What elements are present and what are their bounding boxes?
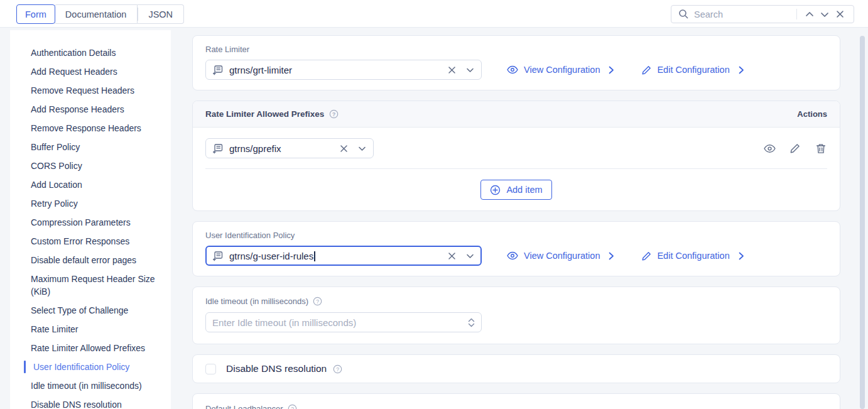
prefix-table-title: Rate Limiter Allowed Prefixes xyxy=(205,109,324,119)
dns-checkbox[interactable] xyxy=(205,364,216,374)
sidebar-item-authentication-details[interactable]: Authentication Details xyxy=(10,43,171,62)
clear-icon[interactable] xyxy=(339,143,349,153)
chevron-down-icon[interactable] xyxy=(465,251,475,261)
search-prev-icon[interactable] xyxy=(802,7,817,22)
chevron-right-icon xyxy=(609,66,614,74)
sidebar-nav: Authentication DetailsAdd Request Header… xyxy=(10,30,171,409)
help-icon[interactable]: ? xyxy=(329,109,339,119)
plus-circle-icon xyxy=(490,185,501,195)
svg-text:?: ? xyxy=(336,366,339,372)
prefix-table-header: Rate Limiter Allowed Prefixes ? Actions xyxy=(193,101,840,128)
sidebar-item-custom-error-responses[interactable]: Custom Error Responses xyxy=(10,232,171,251)
eye-icon xyxy=(507,251,518,260)
top-bar: Form Documentation JSON xyxy=(0,0,868,28)
chevron-right-icon xyxy=(739,252,744,260)
idle-timeout-card: Idle timeout (in milliseconds) ? xyxy=(192,286,840,344)
sidebar-item-remove-request-headers[interactable]: Remove Request Headers xyxy=(10,81,171,100)
vertical-scrollbar[interactable] xyxy=(860,36,865,409)
help-icon[interactable]: ? xyxy=(288,404,297,409)
view-configuration-link[interactable]: View Configuration xyxy=(507,65,614,75)
shared-object-icon xyxy=(212,143,223,154)
sidebar-item-retry-policy[interactable]: Retry Policy xyxy=(10,194,171,213)
prefix-table-title-wrap: Rate Limiter Allowed Prefixes ? xyxy=(205,109,339,119)
rate-limiter-value: gtrns/grt-limiter xyxy=(229,65,292,75)
search-close-icon[interactable] xyxy=(832,7,847,22)
sidebar-item-remove-response-headers[interactable]: Remove Response Headers xyxy=(10,119,171,138)
edit-configuration-label: Edit Configuration xyxy=(657,65,729,75)
default-loadbalancer-label-wrap: Default Loadbalancer ? xyxy=(205,404,827,409)
tab-form[interactable]: Form xyxy=(16,4,55,24)
rate-limiter-label: Rate Limiter xyxy=(205,45,827,54)
dns-label: Disable DNS resolution xyxy=(226,363,327,374)
search-input[interactable] xyxy=(694,9,794,19)
idle-timeout-input[interactable] xyxy=(212,317,468,328)
edit-configuration-label: Edit Configuration xyxy=(657,251,729,261)
number-stepper[interactable] xyxy=(468,318,475,327)
pencil-icon xyxy=(642,65,651,75)
sidebar-item-add-location[interactable]: Add Location xyxy=(10,175,171,194)
help-icon[interactable]: ? xyxy=(333,364,342,374)
tab-json[interactable]: JSON xyxy=(138,4,184,24)
add-item-label: Add item xyxy=(506,185,542,195)
chevron-down-icon[interactable] xyxy=(465,65,475,75)
sidebar-item-user-identification-policy[interactable]: User Identification Policy xyxy=(10,357,171,376)
svg-text:?: ? xyxy=(316,298,319,305)
view-tab-group: Form Documentation JSON xyxy=(16,4,184,24)
sidebar-item-add-request-headers[interactable]: Add Request Headers xyxy=(10,62,171,81)
default-loadbalancer-card: Default Loadbalancer ? xyxy=(192,393,840,409)
text-caret xyxy=(314,251,315,261)
shared-object-icon xyxy=(212,65,223,75)
page-content: Authentication DetailsAdd Request Header… xyxy=(0,28,868,409)
edit-configuration-link[interactable]: Edit Configuration xyxy=(642,65,744,75)
view-configuration-link[interactable]: View Configuration xyxy=(507,251,614,261)
prefix-table-card: Rate Limiter Allowed Prefixes ? Actions xyxy=(192,101,840,211)
rate-limiter-select[interactable]: gtrns/grt-limiter xyxy=(205,60,482,80)
sidebar-item-add-response-headers[interactable]: Add Response Headers xyxy=(10,100,171,119)
sidebar-item-disable-dns-resolution[interactable]: Disable DNS resolution xyxy=(10,395,171,409)
sidebar-item-select-type-of-challenge[interactable]: Select Type of Challenge xyxy=(10,301,171,320)
sidebar-item-maximum-request-header-size-kib[interactable]: Maximum Request Header Size (KiB) xyxy=(10,270,171,301)
user-id-policy-label: User Identification Policy xyxy=(205,231,827,240)
default-loadbalancer-label: Default Loadbalancer xyxy=(205,404,283,409)
idle-timeout-label: Idle timeout (in milliseconds) xyxy=(205,297,308,306)
prefix-select[interactable]: gtrns/gprefix xyxy=(205,138,374,158)
svg-text:?: ? xyxy=(291,406,294,409)
svg-text:?: ? xyxy=(332,111,335,117)
idle-timeout-label-wrap: Idle timeout (in milliseconds) ? xyxy=(205,297,827,306)
sidebar-item-rate-limiter-allowed-prefixes[interactable]: Rate Limiter Allowed Prefixes xyxy=(10,339,171,357)
sidebar-item-cors-policy[interactable]: CORS Policy xyxy=(10,156,171,175)
search-box xyxy=(671,5,854,23)
shared-object-icon xyxy=(212,251,223,261)
sidebar-item-rate-limiter[interactable]: Rate Limiter xyxy=(10,320,171,339)
dns-card: Disable DNS resolution ? xyxy=(192,354,840,383)
view-row-icon[interactable] xyxy=(763,142,776,155)
tab-documentation[interactable]: Documentation xyxy=(54,4,138,24)
sidebar-item-buffer-policy[interactable]: Buffer Policy xyxy=(10,138,171,156)
actions-column-header: Actions xyxy=(797,109,827,119)
main-form: Rate Limiter gtrns/grt-limiter xyxy=(192,35,840,409)
chevron-right-icon xyxy=(739,66,744,74)
user-id-policy-value: gtrns/g-user-id-rules xyxy=(229,251,315,261)
sidebar-item-disable-default-error-pages[interactable]: Disable default error pages xyxy=(10,251,171,270)
add-item-button[interactable]: Add item xyxy=(480,180,551,200)
clear-icon[interactable] xyxy=(447,65,457,75)
edit-row-icon[interactable] xyxy=(789,142,801,155)
rate-limiter-card: Rate Limiter gtrns/grt-limiter xyxy=(192,35,840,90)
chevron-right-icon xyxy=(609,252,614,260)
prefix-value: gtrns/gprefix xyxy=(229,143,281,154)
user-id-policy-select[interactable]: gtrns/g-user-id-rules xyxy=(205,246,482,266)
sidebar-item-compression-parameters[interactable]: Compression Parameters xyxy=(10,213,171,232)
view-configuration-label: View Configuration xyxy=(524,65,600,75)
edit-configuration-link[interactable]: Edit Configuration xyxy=(642,251,744,261)
table-row: gtrns/gprefix xyxy=(193,128,840,158)
delete-row-icon[interactable] xyxy=(815,142,827,155)
search-next-icon[interactable] xyxy=(817,7,832,22)
clear-icon[interactable] xyxy=(447,251,457,261)
chevron-down-icon[interactable] xyxy=(357,143,367,153)
view-configuration-label: View Configuration xyxy=(524,251,600,261)
user-id-policy-card: User Identification Policy gtrns/g-user-… xyxy=(192,221,840,276)
help-icon[interactable]: ? xyxy=(313,297,322,306)
row-divider xyxy=(205,168,827,169)
sidebar-item-idle-timeout-in-milliseconds[interactable]: Idle timeout (in milliseconds) xyxy=(10,376,171,395)
search-divider xyxy=(796,9,797,19)
